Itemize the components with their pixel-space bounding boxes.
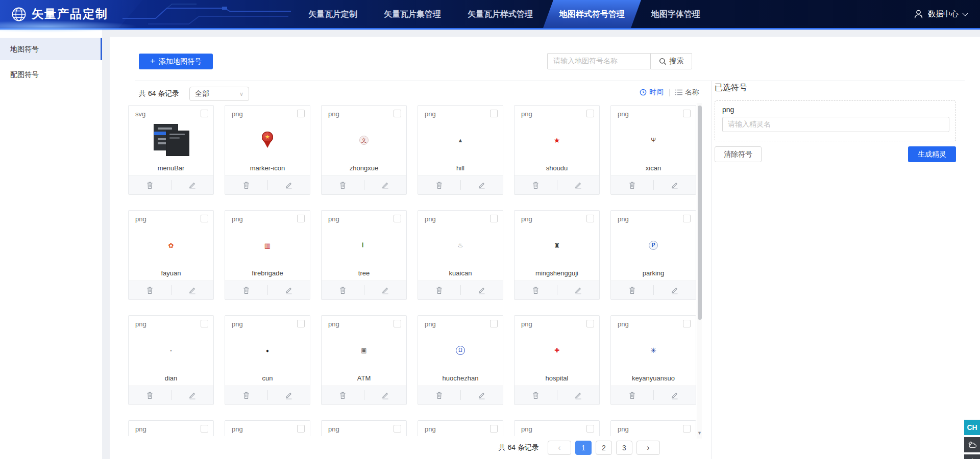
edit-symbol-button[interactable] [171,176,213,194]
card-checkbox[interactable] [297,110,305,117]
card-checkbox[interactable] [683,320,691,327]
scrollbar-down-arrow[interactable]: ▼ [697,430,702,436]
pagination-page-1[interactable]: 1 [575,441,592,455]
card-checkbox[interactable] [201,320,208,327]
symbol-card-body[interactable]: png♜mingshengguji [514,211,599,281]
edit-symbol-button[interactable] [557,176,599,194]
symbol-card-body[interactable]: png▪dian [129,316,213,386]
edit-symbol-button[interactable] [267,386,310,404]
delete-symbol-button[interactable] [418,176,460,194]
symbol-card-body[interactable]: png▎tree [322,211,406,281]
delete-symbol-button[interactable] [225,386,267,404]
nav-tab-1[interactable]: 矢量瓦片定制 [295,0,371,28]
symbol-card-body[interactable]: pngΩhuochezhan [418,316,503,386]
pagination-prev-button[interactable]: ‹ [548,441,571,455]
clear-symbols-button[interactable]: 清除符号 [715,146,762,162]
card-checkbox[interactable] [490,110,498,117]
delete-symbol-button[interactable] [514,386,557,404]
card-checkbox[interactable] [683,110,691,117]
symbol-card-body[interactable]: svgmenuBar [129,106,213,176]
type-filter-select[interactable]: 全部 ∨ [189,87,249,101]
delete-symbol-button[interactable] [322,281,364,299]
delete-symbol-button[interactable] [611,176,653,194]
symbol-card-body[interactable]: png★marker-icon [225,106,310,176]
symbol-card-body[interactable]: png [322,421,406,436]
symbol-card-body[interactable]: png [514,421,599,436]
card-checkbox[interactable] [201,110,208,117]
edit-symbol-button[interactable] [460,386,503,404]
card-checkbox[interactable] [490,425,498,432]
search-button[interactable]: 搜索 [650,53,692,69]
card-checkbox[interactable] [683,215,691,222]
symbol-card-body[interactable]: png◆cun [225,316,310,386]
edit-symbol-button[interactable] [460,281,503,299]
delete-symbol-button[interactable] [418,386,460,404]
delete-symbol-button[interactable] [129,386,171,404]
delete-symbol-button[interactable] [322,176,364,194]
edit-symbol-button[interactable] [557,281,599,299]
delete-symbol-button[interactable] [611,386,653,404]
edit-symbol-button[interactable] [653,386,696,404]
edit-symbol-button[interactable] [171,386,213,404]
symbol-card-body[interactable]: png文zhongxue [322,106,406,176]
add-map-symbol-button[interactable]: + 添加地图符号 [139,54,213,69]
sort-by-time[interactable]: 时间 [640,88,664,97]
symbol-card-body[interactable]: png [418,421,503,436]
generate-sprite-button[interactable]: 生成精灵 [908,146,956,162]
sprite-name-input[interactable]: 请输入精灵名 [722,117,949,132]
edit-symbol-button[interactable] [653,176,696,194]
scrollbar-thumb[interactable] [698,106,702,320]
card-checkbox[interactable] [586,110,594,117]
symbol-card-body[interactable]: png✳keyanyuansuo [611,316,696,386]
symbol-card-body[interactable]: png▲hill [418,106,503,176]
delete-symbol-button[interactable] [418,281,460,299]
card-checkbox[interactable] [683,425,691,432]
nav-tab-4-active[interactable]: 地图样式符号管理 [546,0,638,28]
card-checkbox[interactable] [394,215,401,222]
edit-symbol-button[interactable] [267,281,310,299]
sidebar-item-2[interactable]: 配图符号 [0,63,102,86]
card-checkbox[interactable] [586,320,594,327]
translate-badge[interactable]: CH [964,420,980,435]
card-checkbox[interactable] [297,215,305,222]
nav-tab-3[interactable]: 矢量瓦片样式管理 [454,0,546,28]
settings-widget[interactable] [964,454,980,459]
card-checkbox[interactable] [297,320,305,327]
sort-by-name[interactable]: 名称 [675,88,699,97]
delete-symbol-button[interactable] [225,281,267,299]
card-checkbox[interactable] [394,425,401,432]
symbol-card-body[interactable]: png♨kuaican [418,211,503,281]
weather-widget[interactable] [964,437,980,452]
edit-symbol-button[interactable] [267,176,310,194]
delete-symbol-button[interactable] [611,281,653,299]
delete-symbol-button[interactable] [514,176,557,194]
pagination-page-3[interactable]: 3 [616,441,632,455]
symbol-search-input[interactable]: 请输入地图符号名称 [547,53,650,69]
card-checkbox[interactable] [490,215,498,222]
card-checkbox[interactable] [586,215,594,222]
card-checkbox[interactable] [586,425,594,432]
delete-symbol-button[interactable] [514,281,557,299]
delete-symbol-button[interactable] [322,386,364,404]
delete-symbol-button[interactable] [129,281,171,299]
edit-symbol-button[interactable] [171,281,213,299]
edit-symbol-button[interactable] [364,386,406,404]
pagination-page-2[interactable]: 2 [596,441,612,455]
symbol-card-body[interactable]: png★shoudu [514,106,599,176]
card-checkbox[interactable] [490,320,498,327]
edit-symbol-button[interactable] [364,176,406,194]
card-checkbox[interactable] [201,215,208,222]
edit-symbol-button[interactable] [653,281,696,299]
sidebar-item-1[interactable]: 地图符号 [0,38,102,60]
delete-symbol-button[interactable] [225,176,267,194]
symbol-card-body[interactable]: pngPparking [611,211,696,281]
symbol-card-body[interactable]: png [611,421,696,436]
edit-symbol-button[interactable] [460,176,503,194]
delete-symbol-button[interactable] [129,176,171,194]
symbol-card-body[interactable]: png▣ATM [322,316,406,386]
symbol-card-body[interactable]: png✿fayuan [129,211,213,281]
card-checkbox[interactable] [394,320,401,327]
symbol-card-body[interactable]: png [225,421,310,436]
card-checkbox[interactable] [201,425,208,432]
symbol-card-body[interactable]: png [129,421,213,436]
